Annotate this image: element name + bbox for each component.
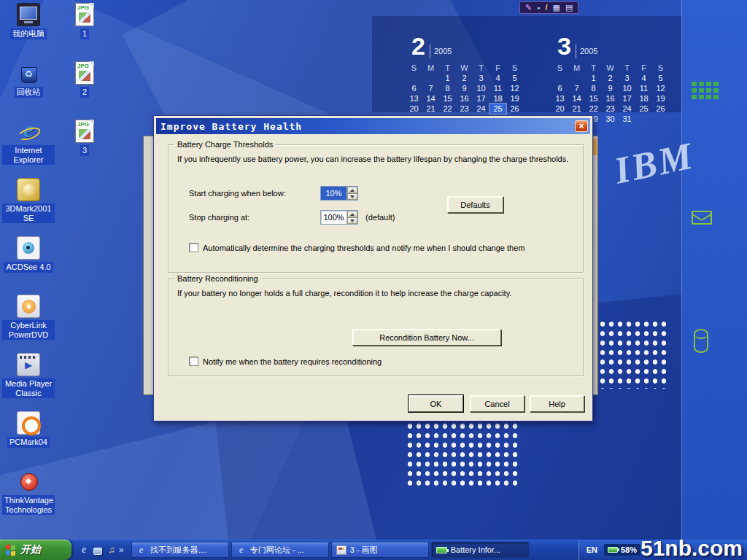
checkbox-label[interactable]: Automatically determine the charging thr…: [203, 244, 525, 252]
desktop-icon[interactable]: JPG 3: [58, 120, 111, 178]
battery-indicator[interactable]: 58%: [604, 544, 640, 556]
spin-up-button[interactable]: [347, 211, 357, 217]
calendar-cell: 19: [652, 93, 669, 104]
file-type-badge: JPG: [77, 63, 89, 69]
calendar-cell: 26: [506, 104, 523, 114]
wallpaper-right-column: [681, 0, 747, 540]
calendar-year: 2005: [576, 44, 597, 58]
toolbar-icon[interactable]: [553, 2, 560, 13]
task-icon: [436, 547, 447, 553]
toolbar-icon[interactable]: [545, 2, 547, 13]
spin-up-button[interactable]: [347, 187, 357, 193]
calendar-cell: 23: [602, 104, 619, 114]
calendar-cell: 17: [473, 93, 489, 104]
task-label: Battery Infor...: [451, 545, 500, 554]
toolbar-icon[interactable]: [525, 2, 532, 13]
desktop-icon[interactable]: 我的电脑: [1, 3, 55, 61]
recondition-battery-button[interactable]: Recondition Battery Now...: [352, 329, 501, 346]
desktop-icon-column-1: 我的电脑 回收站 Internet Explorer 3DMark2001 SE…: [1, 3, 55, 528]
spin-down-button[interactable]: [347, 217, 357, 224]
dialog-title: Improve Battery Health: [160, 121, 302, 132]
calendar-day-header: T: [439, 63, 456, 73]
desktop-icon[interactable]: 3DMark2001 SE: [1, 178, 55, 236]
calendar-cell: 24: [473, 104, 489, 114]
default-note: (default): [365, 213, 395, 222]
desktop-icon[interactable]: Internet Explorer: [1, 120, 55, 178]
file-type-badge: JPG: [77, 4, 89, 11]
ibm-logo: IBM: [611, 136, 698, 190]
checkbox[interactable]: [189, 243, 198, 252]
taskbar-tasks: 找不到服务器.... 专门网论坛 - ... 3 - 画图 Battery In…: [127, 540, 529, 560]
toolbar-icon[interactable]: [565, 2, 573, 13]
desktop-icon[interactable]: ACDSee 4.0: [1, 236, 55, 295]
notify-reconditioning-checkbox-row[interactable]: Notify me when the battery requires reco…: [189, 357, 382, 366]
calendar-cell: 9: [602, 83, 619, 93]
desktop-icon[interactable]: CyberLink PowerDVD: [1, 295, 55, 353]
dot-pattern: [406, 421, 519, 486]
calendar-cell: [422, 73, 439, 83]
calendar-cell: 5: [506, 73, 523, 83]
quick-launch-icon[interactable]: [78, 544, 90, 556]
auto-thresholds-checkbox-row[interactable]: Automatically determine the charging thr…: [189, 243, 525, 252]
calendar-day-header: M: [422, 63, 439, 73]
taskbar-task-button[interactable]: Battery Infor...: [431, 542, 529, 558]
improve-battery-health-dialog: Improve Battery Health Battery Charge Th…: [153, 115, 593, 421]
desktop-icon[interactable]: JPG 1: [58, 3, 111, 61]
taskbar: 开始 » 找不到服务器.... 专门网论坛 - ... 3 - 画图 Batte…: [0, 540, 747, 560]
ok-button[interactable]: OK: [409, 395, 463, 412]
dot-pattern: [598, 319, 670, 389]
desktop-icon[interactable]: Media Player Classic: [1, 353, 55, 411]
green-grid-icon: [692, 82, 697, 86]
calendar-cell: 16: [602, 93, 619, 104]
spin-down-button[interactable]: [347, 193, 357, 200]
desktop-icon-label: 3: [80, 145, 89, 156]
language-indicator[interactable]: EN: [587, 545, 597, 554]
quick-launch-icon[interactable]: [93, 548, 102, 555]
checkbox-label[interactable]: Notify me when the battery requires reco…: [203, 357, 382, 366]
calendar-cell: 2: [456, 73, 473, 83]
toolbar-icon[interactable]: [537, 2, 540, 14]
calendar-february: 2 2005 SMTWTFS12345678910111213141516171…: [406, 34, 527, 124]
file-type-badge: JPG: [77, 121, 89, 128]
stop-threshold-spinner[interactable]: 100%: [320, 210, 358, 225]
calendar-day-header: T: [585, 63, 602, 73]
cancel-button[interactable]: Cancel: [470, 395, 525, 412]
defaults-button[interactable]: Defaults: [447, 196, 503, 213]
calendar-day-header: S: [652, 63, 669, 73]
desktop-icon[interactable]: JPG 2: [58, 61, 111, 120]
desktop-icon[interactable]: ThinkVantage Technologies: [1, 470, 55, 528]
desktop-icon[interactable]: 回收站: [1, 61, 55, 120]
calendar-day-header: W: [456, 63, 473, 73]
taskbar-task-button[interactable]: 专门网论坛 - ...: [231, 542, 329, 558]
help-button[interactable]: Help: [530, 395, 584, 412]
calendar-day-header: W: [602, 63, 619, 73]
start-charging-label: Start charging when below:: [189, 189, 286, 198]
task-label: 找不到服务器....: [150, 545, 207, 556]
desktop-icon-art: JPG: [75, 120, 94, 143]
dialog-body: Battery Charge Thresholds If you infrequ…: [156, 134, 590, 419]
stop-threshold-value[interactable]: 100%: [321, 211, 347, 224]
desktop-icon[interactable]: PCMark04: [1, 411, 55, 470]
envelope-icon: [692, 211, 712, 225]
close-icon[interactable]: [575, 120, 588, 132]
quick-launch-overflow-chevron[interactable]: »: [119, 545, 127, 555]
desktop-icon-label: ThinkVantage Technologies: [2, 495, 55, 515]
calendar-cell: 14: [568, 93, 585, 104]
start-button[interactable]: 开始: [0, 540, 71, 560]
desktop-icon-art: JPG: [75, 3, 94, 26]
taskbar-task-button[interactable]: 找不到服务器....: [131, 542, 229, 558]
quick-launch-icon[interactable]: [106, 544, 117, 556]
spinner-buttons: [347, 187, 357, 200]
calendar-day-header: T: [473, 63, 489, 73]
calendar-cell: 7: [422, 83, 439, 93]
dialog-title-bar[interactable]: Improve Battery Health: [156, 118, 590, 134]
desktop-icon-label: PCMark04: [7, 437, 50, 448]
calendar-cell: 23: [456, 104, 473, 114]
start-threshold-spinner[interactable]: 10%: [320, 186, 358, 201]
desktop-icon-label: 3DMark2001 SE: [2, 203, 55, 223]
calendar-cell: 3: [473, 73, 489, 83]
start-threshold-value[interactable]: 10%: [321, 187, 347, 200]
taskbar-task-button[interactable]: 3 - 画图: [331, 542, 429, 558]
calendar-cell: 2: [602, 73, 619, 83]
checkbox[interactable]: [189, 357, 198, 366]
